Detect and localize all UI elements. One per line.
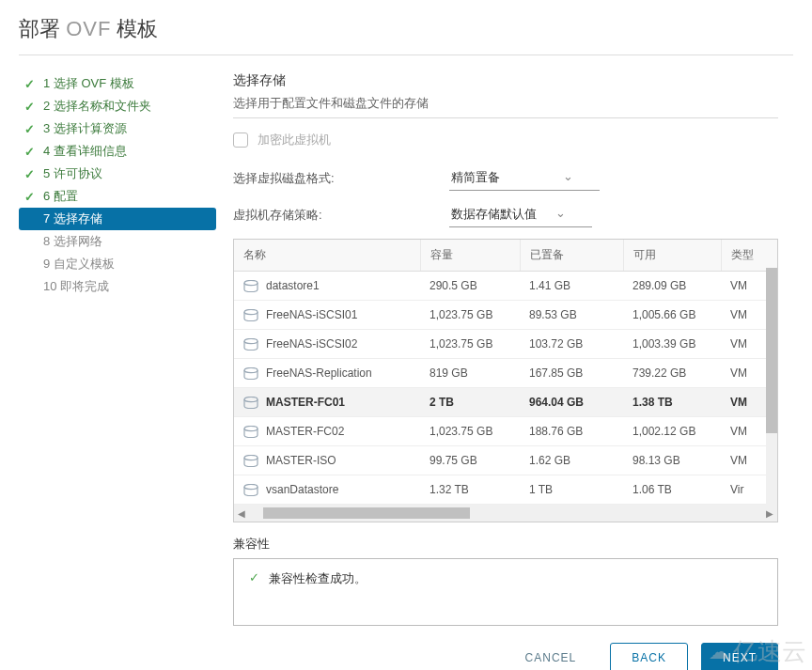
cell-free: 1,005.66 GB <box>623 301 721 330</box>
wizard-step-9: ✓9 自定义模板 <box>19 253 216 275</box>
cell-free: 1,003.39 GB <box>623 330 721 359</box>
wizard-step-4[interactable]: ✓4 查看详细信息 <box>19 140 216 163</box>
disk-format-label: 选择虚拟磁盘格式: <box>233 170 449 187</box>
storage-policy-label: 虚拟机存储策略: <box>233 207 449 224</box>
cell-free: 1,002.12 GB <box>623 417 721 446</box>
storage-policy-value: 数据存储默认值 <box>451 206 537 223</box>
step-label: 5 许可协议 <box>43 165 102 182</box>
table-row[interactable]: datastore1290.5 GB1.41 GB289.09 GBVM <box>234 272 777 301</box>
check-icon: ✓ <box>23 190 36 204</box>
section-divider <box>233 117 778 118</box>
storage-policy-select[interactable]: 数据存储默认值 ⌄ <box>449 202 592 227</box>
encrypt-label: 加密此虚拟机 <box>258 132 331 148</box>
step-label: 6 配置 <box>43 188 78 205</box>
column-header[interactable]: 已置备 <box>520 240 623 272</box>
wizard-step-1[interactable]: ✓1 选择 OVF 模板 <box>19 72 216 95</box>
cell-capacity: 290.5 GB <box>420 272 520 301</box>
svg-point-4 <box>244 397 258 401</box>
datastore-name: datastore1 <box>266 279 320 292</box>
section-title: 选择存储 <box>233 72 778 89</box>
wizard-step-10: ✓10 即将完成 <box>19 275 216 298</box>
check-icon: ✓ <box>249 570 259 584</box>
cell-provisioned: 1.62 GB <box>520 446 623 475</box>
scroll-right-icon[interactable]: ▶ <box>762 508 777 519</box>
cancel-button[interactable]: CANCEL <box>505 644 598 670</box>
scroll-left-icon[interactable]: ◀ <box>234 508 249 519</box>
cell-capacity: 2 TB <box>420 388 520 417</box>
step-label: 2 选择名称和文件夹 <box>43 98 151 115</box>
table-row[interactable]: FreeNAS-iSCSI011,023.75 GB89.53 GB1,005.… <box>234 301 777 330</box>
cell-free: 98.13 GB <box>623 446 721 475</box>
step-label: 9 自定义模板 <box>43 256 115 273</box>
step-label: 8 选择网络 <box>43 233 102 250</box>
svg-point-5 <box>244 426 258 430</box>
check-icon: ✓ <box>23 77 36 91</box>
svg-point-7 <box>244 484 258 489</box>
step-label: 3 选择计算资源 <box>43 120 127 137</box>
datastore-name: FreeNAS-Replication <box>266 366 372 380</box>
table-row[interactable]: MASTER-ISO99.75 GB1.62 GB98.13 GBVM <box>234 446 777 475</box>
column-header[interactable]: 可用 <box>623 240 721 272</box>
cell-capacity: 1,023.75 GB <box>420 330 520 359</box>
disk-format-value: 精简置备 <box>451 169 500 186</box>
vertical-scrollbar[interactable] <box>766 268 777 505</box>
cell-free: 1.38 TB <box>623 388 721 417</box>
table-row[interactable]: vsanDatastore1.32 TB1 TB1.06 TBVir <box>234 475 777 505</box>
cell-capacity: 1,023.75 GB <box>420 301 520 330</box>
table-row[interactable]: MASTER-FC021,023.75 GB188.76 GB1,002.12 … <box>234 417 777 446</box>
step-label: 7 选择存储 <box>43 210 102 227</box>
cell-provisioned: 167.85 GB <box>520 359 623 388</box>
page-title: 部署 OVF 模板 <box>0 0 812 55</box>
step-label: 4 查看详细信息 <box>43 143 127 160</box>
datastore-icon <box>243 455 258 467</box>
compat-label: 兼容性 <box>233 536 778 553</box>
cell-provisioned: 1.41 GB <box>520 272 623 301</box>
datastore-icon <box>243 338 258 351</box>
step-label: 1 选择 OVF 模板 <box>43 75 134 92</box>
table-row[interactable]: MASTER-FC012 TB964.04 GB1.38 TBVM <box>234 388 777 417</box>
cell-capacity: 99.75 GB <box>420 446 520 475</box>
datastore-name: vsanDatastore <box>266 483 338 496</box>
table-row[interactable]: FreeNAS-iSCSI021,023.75 GB103.72 GB1,003… <box>234 330 777 359</box>
back-button[interactable]: BACK <box>610 643 688 670</box>
check-icon: ✓ <box>23 167 36 181</box>
table-row[interactable]: FreeNAS-Replication819 GB167.85 GB739.22… <box>234 359 777 388</box>
wizard-step-2[interactable]: ✓2 选择名称和文件夹 <box>19 95 216 117</box>
datastore-icon <box>243 309 258 321</box>
datastore-name: MASTER-ISO <box>266 454 336 467</box>
datastore-icon <box>243 484 258 496</box>
check-icon: ✓ <box>23 100 36 114</box>
encrypt-checkbox[interactable] <box>233 132 248 148</box>
cell-free: 1.06 TB <box>623 475 721 505</box>
wizard-step-3[interactable]: ✓3 选择计算资源 <box>19 117 216 140</box>
wizard-step-6[interactable]: ✓6 配置 <box>19 185 216 208</box>
cell-free: 739.22 GB <box>623 359 721 388</box>
chevron-down-icon: ⌄ <box>555 206 566 223</box>
datastore-name: MASTER-FC02 <box>266 425 344 438</box>
cell-capacity: 819 GB <box>420 359 520 388</box>
horizontal-scrollbar[interactable]: ◀ ▶ <box>234 505 777 522</box>
step-label: 10 即将完成 <box>43 278 109 295</box>
datastore-icon <box>243 367 258 380</box>
disk-format-select[interactable]: 精简置备 ⌄ <box>449 165 600 191</box>
cell-provisioned: 1 TB <box>520 475 623 505</box>
wizard-step-5[interactable]: ✓5 许可协议 <box>19 163 216 185</box>
chevron-down-icon: ⌄ <box>563 169 573 186</box>
datastore-name: FreeNAS-iSCSI02 <box>266 337 357 351</box>
section-desc: 选择用于配置文件和磁盘文件的存储 <box>233 95 778 112</box>
column-header[interactable]: 类型 <box>721 240 777 272</box>
wizard-steps: ✓1 选择 OVF 模板✓2 选择名称和文件夹✓3 选择计算资源✓4 查看详细信… <box>0 55 216 626</box>
datastore-name: MASTER-FC01 <box>266 396 345 409</box>
svg-point-3 <box>244 367 258 372</box>
watermark: ☁亿速云 <box>709 635 806 668</box>
svg-point-1 <box>244 309 258 314</box>
cell-capacity: 1.32 TB <box>420 475 520 505</box>
datastore-icon <box>243 397 258 409</box>
cell-provisioned: 188.76 GB <box>520 417 623 446</box>
datastore-icon <box>243 280 258 292</box>
wizard-step-7[interactable]: ✓7 选择存储 <box>19 208 216 230</box>
column-header[interactable]: 容量 <box>420 240 520 272</box>
cell-free: 289.09 GB <box>623 272 721 301</box>
column-header[interactable]: 名称 <box>234 240 420 272</box>
compat-msg: 兼容性检查成功。 <box>269 570 367 587</box>
